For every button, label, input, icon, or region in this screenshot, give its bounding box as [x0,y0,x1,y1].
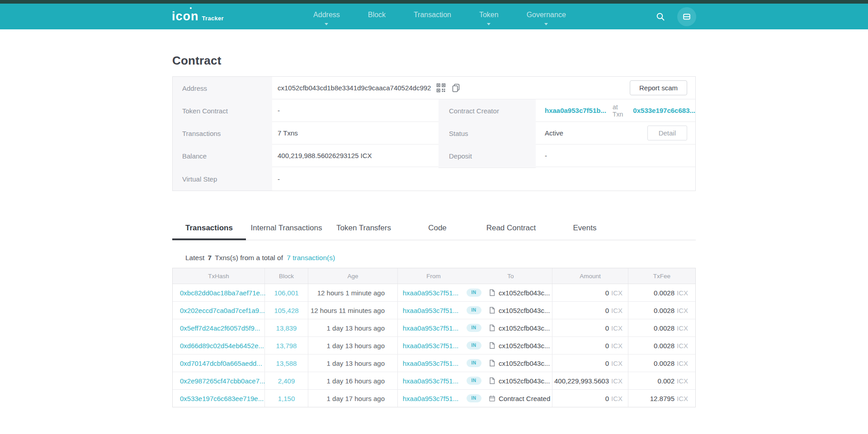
document-icon [489,359,495,367]
amount-value: 0 [605,324,609,332]
txhash-link[interactable]: 0xbc82dd0ac18ba7aef71e... [180,289,265,297]
calendar-icon [489,395,495,402]
from-address-link[interactable]: hxaa0a953c7f51... [403,289,458,297]
block-link[interactable]: 1,150 [278,395,295,402]
amount-value: 0 [605,359,609,367]
block-link[interactable]: 13,798 [276,342,297,350]
block-link[interactable]: 105,428 [274,307,298,314]
wallet-button[interactable] [677,7,696,26]
from-address-link[interactable]: hxaa0a953c7f51... [403,324,458,332]
balance-value: 400,219,988.56026293125 ICX [272,145,439,167]
amount-unit: ICX [611,377,623,385]
creator-address-link[interactable]: hxaa0a953c7f51b... [545,107,606,114]
detail-button[interactable]: Detail [647,126,687,140]
top-navbar: icon Tracker Address Block Transaction T… [0,4,868,29]
nav-label: Address [313,11,340,19]
table-row: 0x2e987265cf47cbb0ace7... 2,409 1 day 16… [173,372,695,390]
chevron-down-icon [325,23,328,25]
table-row: 0xd66d89c02d54eb6452e... 13,798 1 day 13… [173,337,695,355]
age-cell: 1 day 16 hours ago [308,372,398,389]
total-transactions-link[interactable]: 7 transaction(s) [287,254,335,261]
summary-prefix: Latest [185,254,204,261]
to-address-link[interactable]: cx1052cfb043c... [499,377,550,385]
to-address-link[interactable]: cx1052cfb043c... [499,307,550,314]
fee-value: 0.0028 [654,307,675,314]
amount-value: 0 [605,307,609,314]
nav-item-address[interactable]: Address [312,8,341,25]
from-address-link[interactable]: hxaa0a953c7f51... [403,359,458,367]
nav-item-block[interactable]: Block [367,8,387,25]
to-address-link[interactable]: cx1052cfb043c... [499,289,550,297]
fee-unit: ICX [677,395,688,402]
block-link[interactable]: 106,001 [274,289,298,297]
tab-events[interactable]: Events [548,218,622,240]
txhash-link[interactable]: 0x5eff7d24ac2f6057d5f9... [180,324,260,332]
from-address-link[interactable]: hxaa0a953c7f51... [403,342,458,350]
to-address-link[interactable]: cx1052cfb043c... [499,359,550,367]
tab-code[interactable]: Code [401,218,474,240]
amount-value: 0 [605,395,609,402]
nav-label: Block [368,11,386,19]
col-header-age: Age [308,268,398,284]
info-right-label-column: Contract Creator Status Deposit [439,99,536,168]
status-value: Active [545,129,563,137]
summary-count: 7 [208,254,212,261]
to-address-link[interactable]: cx1052cfb043c... [499,342,550,350]
amount-value: 0 [605,342,609,350]
document-icon [489,377,495,384]
creation-txn-link[interactable]: 0x533e197c6c683... [633,107,695,114]
age-cell: 12 hours 11 minutes ago [308,302,398,319]
block-link[interactable]: 13,839 [276,324,297,332]
table-row: 0xbc82dd0ac18ba7aef71e... 106,001 12 hou… [173,284,695,302]
from-address-link[interactable]: hxaa0a953c7f51... [403,395,458,402]
age-cell: 12 hours 1 minute ago [308,284,398,301]
document-icon [489,307,495,314]
contract-creator-row: hxaa0a953c7f51b... at Txn 0x533e197c6c68… [536,99,695,122]
txhash-link[interactable]: 0x533e197c6c683ee719e... [180,395,264,402]
txhash-link[interactable]: 0x2e987265cf47cbb0ace7... [180,377,265,385]
nav-item-token[interactable]: Token [478,8,500,25]
nav-label: Transaction [414,11,451,19]
report-scam-button[interactable]: Report scam [630,80,687,95]
tab-bar: Transactions Internal Transactions Token… [172,218,696,240]
fee-value: 12.8795 [650,395,675,402]
qr-code-icon[interactable] [436,83,446,93]
to-address-link[interactable]: cx1052cfb043c... [499,324,550,332]
tab-token-transfers[interactable]: Token Transfers [327,218,401,240]
direction-badge: IN [467,377,481,385]
nav-item-governance[interactable]: Governance [526,8,567,25]
txhash-link[interactable]: 0xd70147dcbf0a665aedd... [180,359,262,367]
direction-badge: IN [467,359,481,367]
logo[interactable]: icon Tracker [172,9,224,23]
block-link[interactable]: 2,409 [278,377,295,385]
main-nav: Address Block Transaction Token Governan… [312,8,567,25]
transactions-table: TxHash Block Age From To Amount TxFee 0x… [172,268,696,407]
col-header-from: From [398,273,469,280]
fee-value: 0.002 [657,377,675,385]
chevron-down-icon [487,23,491,25]
block-link[interactable]: 13,588 [276,359,297,367]
tab-read-contract[interactable]: Read Contract [474,218,548,240]
chevron-down-icon [544,23,548,25]
col-header-amount: Amount [552,268,628,284]
nav-item-transaction[interactable]: Transaction [413,8,452,25]
txhash-link[interactable]: 0xd66d89c02d54eb6452e... [180,342,264,350]
from-address-link[interactable]: hxaa0a953c7f51... [403,307,458,314]
txhash-link[interactable]: 0x202eccd7ca0ad7cef1a9... [180,307,265,314]
tab-internal-transactions[interactable]: Internal Transactions [246,218,327,240]
copy-icon[interactable] [451,83,461,93]
logo-suffix: Tracker [202,15,224,22]
col-header-to: To [469,273,552,280]
search-icon[interactable] [656,12,665,22]
fee-value: 0.0028 [654,289,675,297]
from-address-link[interactable]: hxaa0a953c7f51... [403,377,458,385]
page-title: Contract [172,54,696,68]
fee-unit: ICX [677,289,688,297]
at-txn-label: at Txn [613,103,627,118]
amount-value: 400,229,993.5603 [554,377,609,385]
deposit-label: Deposit [439,145,536,167]
tab-transactions[interactable]: Transactions [172,218,246,240]
direction-badge: IN [467,394,481,402]
direction-badge: IN [467,324,481,332]
table-row: 0x533e197c6c683ee719e... 1,150 1 day 17 … [173,390,695,407]
